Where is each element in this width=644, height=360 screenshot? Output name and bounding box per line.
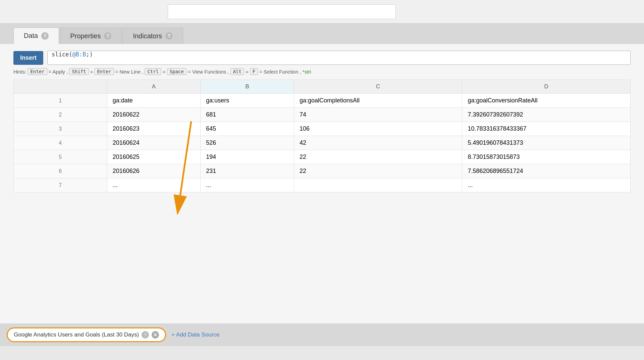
top-input-area[interactable] xyxy=(168,4,396,19)
cell-7-d: ... xyxy=(462,178,631,192)
table-row: 220160622681747.392607392607392 xyxy=(14,108,631,122)
table-row: 7......... xyxy=(14,178,631,192)
insert-button[interactable]: Insert xyxy=(13,51,43,65)
col-header-empty xyxy=(14,80,107,94)
hint-string-hint: *stri xyxy=(303,69,311,75)
data-source-label: Google Analytics Users and Goals (Last 3… xyxy=(14,331,139,338)
tab-indicators-help-icon[interactable]: ? xyxy=(165,32,173,40)
cell-5-a: 20160625 xyxy=(107,150,201,164)
cell-5-d: 8.73015873015873 xyxy=(462,150,631,164)
hints-bar: Hints: Enter = Apply , Shift + Enter = N… xyxy=(13,68,631,75)
cell-6-a: 20160626 xyxy=(107,164,201,178)
cell-2-c: 74 xyxy=(294,108,462,122)
cell-4-d: 5.490196078431373 xyxy=(462,136,631,150)
cell-4-c: 42 xyxy=(294,136,462,150)
cell-6-b: 231 xyxy=(201,164,294,178)
cell-4-a: 20160624 xyxy=(107,136,201,150)
col-header-c: C xyxy=(294,80,462,94)
data-source-close-icon[interactable]: ✕ xyxy=(152,331,159,339)
row-number: 7 xyxy=(14,178,107,192)
key-ctrl: Ctrl xyxy=(145,68,161,75)
data-source-tab[interactable]: Google Analytics Users and Goals (Last 3… xyxy=(7,327,166,342)
cell-5-c: 22 xyxy=(294,150,462,164)
key-space: Space xyxy=(167,68,186,75)
tab-properties-help-icon[interactable]: ? xyxy=(104,32,111,40)
row-number: 2 xyxy=(14,108,107,122)
tab-data-label: Data xyxy=(24,32,38,40)
table-header-row: A B C D xyxy=(14,80,631,94)
cell-7-c xyxy=(294,178,462,192)
main-panel: Insert slice(@B:B;) Hints: Enter = Apply… xyxy=(0,44,644,346)
formula-display: slice(@B:B;) xyxy=(52,51,93,58)
key-shift-enter: Enter xyxy=(94,68,114,75)
tabs-bar: Data ? Properties ? Indicators ? xyxy=(0,24,644,44)
add-data-source-button[interactable]: + Add Data Source xyxy=(171,331,219,338)
cell-7-a: ... xyxy=(107,178,201,192)
tab-indicators[interactable]: Indicators ? xyxy=(122,28,183,44)
formula-input[interactable]: slice(@B:B;) xyxy=(47,51,631,65)
key-alt: Alt xyxy=(230,68,244,75)
cell-1-d: ga:goalConversionRateAll xyxy=(462,94,631,108)
cell-6-c: 22 xyxy=(294,164,462,178)
cell-1-b: ga:users xyxy=(201,94,294,108)
row-number: 4 xyxy=(14,136,107,150)
cell-2-d: 7.392607392607392 xyxy=(462,108,631,122)
row-number: 3 xyxy=(14,122,107,136)
tab-data[interactable]: Data ? xyxy=(13,28,59,44)
cell-2-a: 20160622 xyxy=(107,108,201,122)
cell-1-a: ga:date xyxy=(107,94,201,108)
tab-indicators-label: Indicators xyxy=(133,32,162,40)
cell-3-b: 645 xyxy=(201,122,294,136)
cell-5-b: 194 xyxy=(201,150,294,164)
data-source-help-icon[interactable]: ? xyxy=(142,331,149,339)
table-row: 420160624526425.490196078431373 xyxy=(14,136,631,150)
cell-3-d: 10.783316378433367 xyxy=(462,122,631,136)
cell-6-d: 7.586206896551724 xyxy=(462,164,631,178)
tab-data-help-icon[interactable]: ? xyxy=(41,32,49,40)
col-header-d: D xyxy=(462,80,631,94)
row-number: 6 xyxy=(14,164,107,178)
key-f: F xyxy=(250,68,258,75)
top-bar xyxy=(0,0,644,24)
tab-properties[interactable]: Properties ? xyxy=(60,28,122,44)
row-number: 1 xyxy=(14,94,107,108)
table-row: 32016062364510610.783316378433367 xyxy=(14,122,631,136)
col-header-a: A xyxy=(107,80,201,94)
cell-1-c: ga:goalCompletionsAll xyxy=(294,94,462,108)
table-row: 1ga:datega:usersga:goalCompletionsAllga:… xyxy=(14,94,631,108)
table-row: 620160626231227.586206896551724 xyxy=(14,164,631,178)
cell-2-b: 681 xyxy=(201,108,294,122)
table-row: 520160625194228.73015873015873 xyxy=(14,150,631,164)
cell-7-b: ... xyxy=(201,178,294,192)
tab-properties-label: Properties xyxy=(70,32,101,40)
hints-label: Hints: xyxy=(13,69,26,75)
key-shift: Shift xyxy=(69,68,89,75)
cell-3-a: 20160623 xyxy=(107,122,201,136)
key-enter: Enter xyxy=(28,68,47,75)
cell-3-c: 106 xyxy=(294,122,462,136)
data-table: A B C D 1ga:datega:usersga:goalCompletio… xyxy=(13,80,631,192)
row-number: 5 xyxy=(14,150,107,164)
formula-bar: Insert slice(@B:B;) xyxy=(13,51,631,65)
bottom-bar: Google Analytics Users and Goals (Last 3… xyxy=(0,323,644,346)
col-header-b: B xyxy=(201,80,294,94)
cell-4-b: 526 xyxy=(201,136,294,150)
